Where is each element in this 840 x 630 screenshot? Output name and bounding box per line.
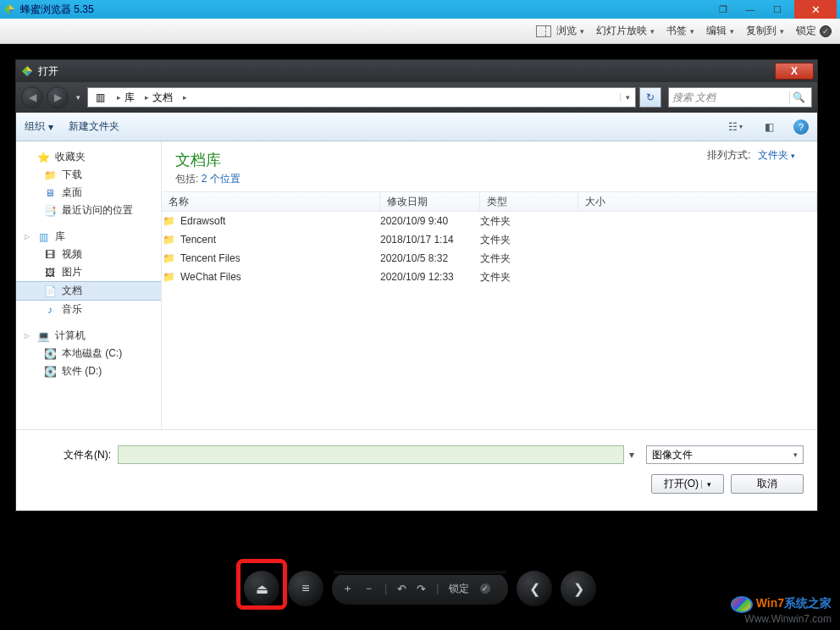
refresh-button[interactable]: ↻ <box>639 87 661 108</box>
arrange-by-value[interactable]: 文件夹 ▾ <box>758 148 795 163</box>
eject-button[interactable]: ⏏ <box>243 570 280 607</box>
dialog-close-button[interactable]: X <box>775 63 814 80</box>
search-icon[interactable]: 🔍 <box>789 91 808 103</box>
menu-bookmarks[interactable]: 书签▾ <box>666 24 694 38</box>
watermark-logo-icon <box>731 596 753 613</box>
breadcrumb-bar[interactable]: ▥ ▸库 ▸文档 ▸ ▾ <box>87 87 636 108</box>
nav-pictures[interactable]: 🖼图片 <box>16 263 161 281</box>
chevron-down-icon: ▾ <box>780 27 784 36</box>
viewer-area: 打开 X ◀ ▶ ▾ ▥ ▸库 ▸文档 ▸ ▾ ↻ 搜索 文档 🔍 组织▾ <box>0 44 840 630</box>
library-subtitle-prefix: 包括: <box>175 173 202 185</box>
drive-icon: 💽 <box>43 347 57 361</box>
app-menubar: 浏览▾ 幻灯片放映▾ 书签▾ 编辑▾ 复制到▾ 锁定✓ <box>0 19 840 44</box>
chevron-down-icon: ▾ <box>650 27 655 36</box>
library-icon: ▥ <box>93 91 107 104</box>
folder-icon: 📁 <box>162 214 175 228</box>
chevron-down-icon: ▾ <box>730 27 734 36</box>
picture-icon: 🖼 <box>43 266 57 279</box>
dialog-toolbar: 组织▾ 新建文件夹 ☷ ▾ ◧ ? <box>16 113 817 141</box>
cancel-button[interactable]: 取消 <box>731 474 804 494</box>
nav-libraries[interactable]: ▷▥库 <box>16 228 161 246</box>
nav-back-button[interactable]: ◀ <box>21 86 43 108</box>
nav-desktop[interactable]: 🖥桌面 <box>16 184 161 202</box>
viewport-size-icon <box>536 25 551 37</box>
menu-lock[interactable]: 锁定✓ <box>796 24 832 38</box>
menu-slideshow[interactable]: 幻灯片放映▾ <box>596 24 655 38</box>
window-maximize-icon[interactable]: ☐ <box>764 2 791 17</box>
nav-downloads[interactable]: 📁下载 <box>16 166 161 184</box>
window-close-button[interactable]: ✕ <box>794 0 837 19</box>
watermark: Win7系统之家 Www.Winwin7.com <box>731 596 832 625</box>
arrange-by: 排列方式: 文件夹 ▾ <box>707 148 795 163</box>
redo-icon[interactable]: ↷ <box>417 583 426 595</box>
player-lock-label: 锁定 <box>449 582 469 596</box>
nav-recent[interactable]: 📑最近访问的位置 <box>16 202 161 219</box>
menu-edit[interactable]: 编辑▾ <box>706 24 734 38</box>
svg-marker-5 <box>27 71 32 76</box>
computer-icon: 💻 <box>36 329 50 343</box>
next-button[interactable]: ❯ <box>560 570 597 607</box>
dialog-title: 打开 <box>38 64 58 79</box>
video-icon: 🎞 <box>43 248 57 262</box>
table-row[interactable]: 📁Tencent Files2020/10/5 8:32文件夹 <box>162 249 817 268</box>
app-title: 蜂蜜浏览器 5.35 <box>20 3 94 17</box>
toolbar-organize[interactable]: 组织▾ <box>25 119 53 134</box>
toolbar-newfolder[interactable]: 新建文件夹 <box>69 119 119 134</box>
library-icon: ▥ <box>36 230 50 244</box>
nav-documents[interactable]: 📄文档 <box>16 281 161 301</box>
nav-favorites[interactable]: ⭐收藏夹 <box>16 148 161 166</box>
table-row[interactable]: 📁WeChat Files2020/10/9 12:33文件夹 <box>162 268 817 286</box>
zoom-in-icon[interactable]: ＋ <box>342 581 353 596</box>
col-size[interactable]: 大小 <box>578 192 817 211</box>
player-track: ＋ － | ↶ ↷ | 锁定 ✓ <box>331 572 509 605</box>
chevron-down-icon: ▾ <box>690 27 694 36</box>
nav-videos[interactable]: 🎞视频 <box>16 246 161 263</box>
preview-pane-button[interactable]: ◧ <box>760 119 778 135</box>
file-type-filter[interactable]: 图像文件▾ <box>646 445 804 464</box>
col-type[interactable]: 类型 <box>480 192 578 211</box>
filename-label: 文件名(N): <box>30 448 111 462</box>
nav-drive-d[interactable]: 💽软件 (D:) <box>16 362 161 380</box>
col-name[interactable]: 名称 <box>162 192 380 211</box>
star-icon: ⭐ <box>36 151 50 164</box>
column-headers: 名称 修改日期 类型 大小 <box>162 191 817 212</box>
folder-icon: 📁 <box>162 233 175 246</box>
table-row[interactable]: 📁Tencent2018/10/17 1:14文件夹 <box>162 230 817 249</box>
nav-pane: ⭐收藏夹 📁下载 🖥桌面 📑最近访问的位置 ▷▥库 🎞视频 🖼图片 📄文档 ♪音… <box>16 141 162 429</box>
address-dropdown-icon[interactable]: ▾ <box>620 93 635 102</box>
window-restore-icon[interactable]: ❐ <box>710 2 737 17</box>
nav-drive-c[interactable]: 💽本地磁盘 (C:) <box>16 345 161 362</box>
window-minimize-icon[interactable]: — <box>737 2 764 17</box>
menu-copyto[interactable]: 复制到▾ <box>746 24 784 38</box>
view-mode-button[interactable]: ☷ ▾ <box>726 119 744 135</box>
drive-icon: 💽 <box>43 365 57 379</box>
music-icon: ♪ <box>43 303 57 317</box>
dialog-bottom-bar: 文件名(N): ▾ 图像文件▾ 打开(O) ▾ 取消 <box>16 429 817 504</box>
desktop-icon: 🖥 <box>43 186 57 200</box>
col-date[interactable]: 修改日期 <box>380 192 480 211</box>
nav-history-chevron[interactable]: ▾ <box>72 93 84 102</box>
check-circle-icon[interactable]: ✓ <box>479 583 491 594</box>
filename-dropdown-icon[interactable]: ▾ <box>624 449 639 461</box>
search-input[interactable]: 搜索 文档 🔍 <box>668 87 812 108</box>
filename-input[interactable] <box>118 445 624 464</box>
table-row[interactable]: 📁Edrawsoft2020/10/9 9:40文件夹 <box>162 212 817 230</box>
svg-marker-4 <box>27 66 32 71</box>
nav-music[interactable]: ♪音乐 <box>16 301 161 318</box>
nav-computer[interactable]: ▷💻计算机 <box>16 327 161 345</box>
dialog-navbar: ◀ ▶ ▾ ▥ ▸库 ▸文档 ▸ ▾ ↻ 搜索 文档 🔍 <box>16 82 817 113</box>
undo-icon[interactable]: ↶ <box>397 583 406 595</box>
menu-button[interactable]: ≡ <box>287 570 324 607</box>
search-placeholder: 搜索 文档 <box>672 91 716 105</box>
app-titlebar: 蜂蜜浏览器 5.35 ❐ — ☐ ✕ <box>0 0 840 19</box>
player-bar: ⏏ ≡ ＋ － | ↶ ↷ | 锁定 ✓ ❮ ❯ <box>243 564 597 613</box>
nav-forward-button[interactable]: ▶ <box>47 86 69 108</box>
progress-track[interactable] <box>332 570 508 575</box>
folder-icon: 📁 <box>162 270 175 284</box>
help-button[interactable]: ? <box>793 119 809 135</box>
prev-button[interactable]: ❮ <box>516 570 553 607</box>
library-locations-link[interactable]: 2 个位置 <box>202 173 240 185</box>
menu-browse[interactable]: 浏览▾ <box>536 24 584 38</box>
zoom-out-icon[interactable]: － <box>363 581 374 596</box>
open-button[interactable]: 打开(O) ▾ <box>651 474 724 494</box>
